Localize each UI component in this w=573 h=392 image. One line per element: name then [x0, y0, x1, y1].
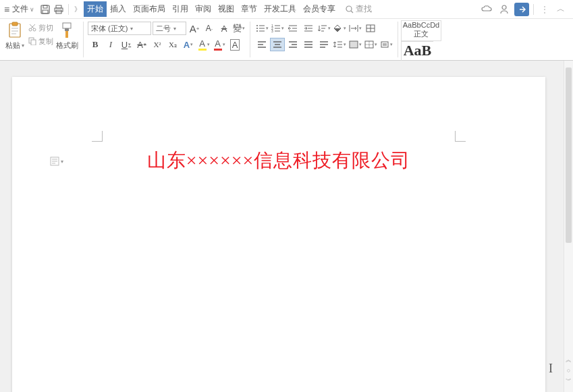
brush-icon: [59, 22, 74, 39]
svg-rect-67: [350, 41, 358, 48]
bullets-button[interactable]: ▾: [254, 22, 269, 35]
scroll-up-double-icon[interactable]: ︽: [566, 356, 572, 364]
text-effects-button[interactable]: A▾: [181, 38, 196, 51]
save-icon[interactable]: [39, 3, 51, 16]
svg-line-7: [351, 11, 353, 13]
print-icon[interactable]: [53, 3, 65, 16]
tab-member[interactable]: 会员专享: [300, 1, 339, 17]
align-center-button[interactable]: [270, 38, 285, 51]
ribbon-tabs: 开始 插入 页面布局 引用 审阅 视图 章节 开发工具 会员专享: [84, 1, 339, 17]
svg-point-27: [256, 30, 258, 32]
align-justify-button[interactable]: [301, 38, 316, 51]
svg-rect-3: [56, 5, 61, 8]
tab-start[interactable]: 开始: [84, 1, 107, 17]
share-button[interactable]: [514, 3, 529, 16]
shrink-font-button[interactable]: A-: [202, 22, 216, 35]
margin-marker-tl: [92, 131, 103, 142]
style-normal-preview: AaBbCcDd: [403, 21, 439, 29]
tab-review[interactable]: 审阅: [192, 1, 215, 17]
align-left-button[interactable]: [254, 38, 269, 51]
file-menu[interactable]: 文件: [12, 3, 28, 15]
style-normal-label: 正文: [414, 29, 429, 40]
tab-references[interactable]: 引用: [169, 1, 192, 17]
grow-font-button[interactable]: A+: [188, 22, 201, 35]
cloud-icon[interactable]: [479, 2, 494, 17]
sort-button[interactable]: ▾: [317, 22, 331, 35]
document-title-text[interactable]: 山东××××××信息科技有限公司: [12, 148, 545, 173]
scroll-page-icon[interactable]: ○: [567, 367, 570, 374]
char-border-button[interactable]: A: [227, 38, 242, 51]
style-heading1-preview: AaB: [404, 42, 432, 59]
borders-button[interactable]: ▾: [363, 38, 378, 51]
tab-insert[interactable]: 插入: [107, 1, 130, 17]
paste-button[interactable]: 粘贴▾: [4, 22, 26, 51]
font-size-value: 二号: [156, 24, 171, 34]
superscript-button[interactable]: X²: [150, 38, 165, 51]
search-placeholder: 查找: [356, 3, 372, 15]
tab-view[interactable]: 视图: [215, 1, 238, 17]
tabs-button[interactable]: ▾: [348, 22, 362, 35]
more-menu-icon[interactable]: ⋮: [541, 5, 549, 14]
cut-label: 剪切: [38, 23, 53, 33]
svg-point-6: [346, 6, 352, 11]
svg-rect-20: [63, 23, 71, 28]
strikethrough-button[interactable]: A▾: [134, 38, 149, 51]
style-normal[interactable]: AaBbCcDd 正文: [401, 20, 441, 41]
svg-point-14: [29, 28, 32, 31]
margin-marker-tr: [455, 131, 466, 142]
font-name-select[interactable]: 宋体 (正文)▾: [88, 22, 151, 35]
underline-button[interactable]: U▾: [119, 38, 134, 51]
align-distribute-button[interactable]: [317, 38, 331, 51]
text-cursor-icon: I: [549, 362, 553, 376]
clear-format-button[interactable]: A: [217, 22, 231, 35]
search-box[interactable]: 查找: [346, 3, 372, 15]
copy-icon: [28, 37, 36, 45]
scroll-down-double-icon[interactable]: ︾: [566, 376, 572, 385]
copy-label: 复制: [38, 36, 53, 47]
font-name-value: 宋体 (正文): [91, 24, 128, 34]
hamburger-icon[interactable]: ≡: [4, 4, 9, 15]
document-page[interactable]: ▾ 山东××××××信息科技有限公司: [12, 77, 545, 392]
phonetic-guide-button[interactable]: 變▾: [232, 22, 246, 35]
shading-button[interactable]: ▾: [332, 22, 347, 35]
italic-button[interactable]: I: [103, 38, 118, 51]
subscript-button[interactable]: X₂: [165, 38, 180, 51]
font-color-button[interactable]: A▾: [212, 38, 227, 51]
format-painter-button[interactable]: 格式刷: [55, 22, 79, 51]
svg-rect-10: [12, 22, 18, 26]
svg-rect-71: [381, 42, 388, 47]
highlight-button[interactable]: A▾: [196, 38, 211, 51]
svg-rect-22: [65, 31, 68, 38]
svg-rect-13: [11, 33, 16, 34]
svg-point-15: [33, 28, 36, 31]
collapse-ribbon-icon[interactable]: ︿: [557, 3, 565, 15]
file-dropdown-icon[interactable]: ∨: [30, 6, 34, 13]
copy-button[interactable]: 复制: [28, 35, 53, 47]
bold-button[interactable]: B: [88, 38, 103, 51]
paste-label: 粘贴: [5, 40, 20, 51]
tab-page-layout[interactable]: 页面布局: [130, 1, 169, 17]
scissors-icon: [28, 24, 36, 32]
table-convert-button[interactable]: [363, 22, 378, 35]
show-marks-button[interactable]: ▾: [379, 38, 393, 51]
svg-rect-11: [11, 28, 18, 29]
svg-rect-2: [43, 10, 48, 13]
cut-button[interactable]: 剪切: [28, 22, 53, 34]
font-size-select[interactable]: 二号▾: [153, 22, 186, 35]
tab-developer[interactable]: 开发工具: [261, 1, 300, 17]
para-shading-button[interactable]: ▾: [348, 38, 362, 51]
user-icon[interactable]: [497, 2, 512, 17]
line-spacing-button[interactable]: ▾: [332, 38, 347, 51]
tab-sections[interactable]: 章节: [238, 1, 261, 17]
indent-button[interactable]: [301, 22, 316, 35]
vertical-scrollbar[interactable]: ︽ ○ ︾: [564, 61, 573, 392]
svg-point-8: [502, 5, 506, 9]
align-right-button[interactable]: [285, 38, 300, 51]
svg-rect-21: [65, 28, 69, 31]
outdent-button[interactable]: [285, 22, 300, 35]
numbering-button[interactable]: 123▾: [270, 22, 285, 35]
search-icon: [346, 5, 354, 13]
qat-more-icon[interactable]: 》: [74, 5, 81, 14]
document-viewport[interactable]: ▾ 山东××××××信息科技有限公司: [0, 61, 564, 392]
scroll-thumb[interactable]: [566, 67, 572, 243]
